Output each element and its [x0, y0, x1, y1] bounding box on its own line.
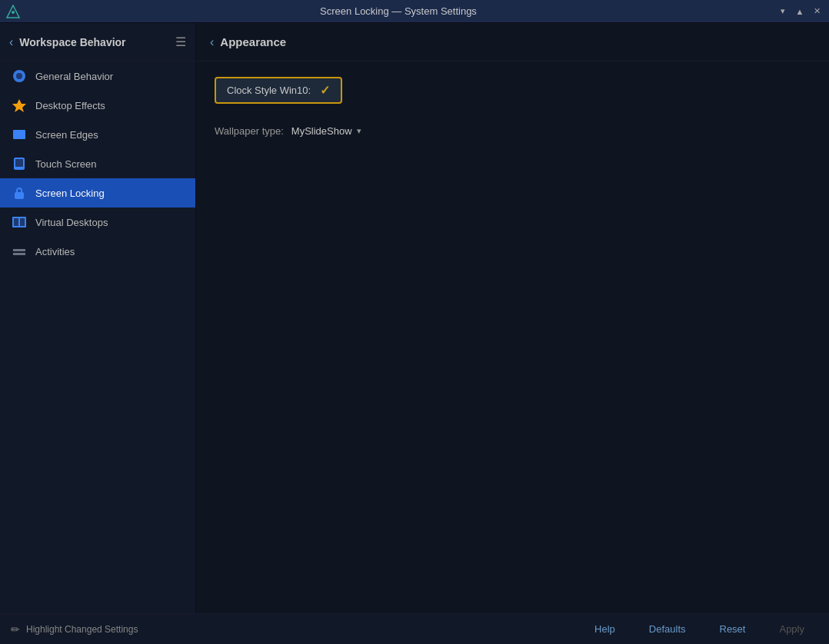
- sidebar-header: ‹ Workspace Behavior ☰: [0, 23, 195, 61]
- defaults-button[interactable]: Defaults: [635, 620, 700, 638]
- app-logo: [6, 5, 20, 18]
- svg-point-3: [16, 73, 22, 79]
- footer-buttons: Help Defaults Reset Apply: [581, 620, 818, 638]
- highlight-changed-settings-label: Highlight Changed Settings: [26, 624, 138, 635]
- touch-screen-icon: [11, 155, 28, 172]
- highlight-icon: ✏: [11, 623, 20, 636]
- sidebar-item-screen-locking[interactable]: Screen Locking: [0, 178, 195, 207]
- content-body: Clock Style Win10: ✓ Wallpaper type: MyS…: [196, 61, 829, 613]
- clock-style-check: ✓: [320, 83, 330, 98]
- sidebar: ‹ Workspace Behavior ☰ General BehaviorD…: [0, 23, 196, 613]
- screen-locking-icon: [11, 184, 28, 201]
- sidebar-item-label-screen-edges: Screen Edges: [35, 129, 98, 141]
- close-button[interactable]: ✕: [811, 5, 823, 18]
- content-area: ‹ Appearance Clock Style Win10: ✓ Wallpa…: [196, 23, 829, 613]
- footer: ✏ Highlight Changed Settings Help Defaul…: [0, 613, 829, 644]
- wallpaper-dropdown[interactable]: MySlideShow ▾: [291, 125, 361, 137]
- svg-rect-10: [14, 218, 18, 226]
- footer-left: ✏ Highlight Changed Settings: [11, 623, 138, 636]
- sidebar-menu-button[interactable]: ☰: [175, 35, 186, 49]
- svg-rect-7: [15, 159, 23, 167]
- sidebar-item-label-touch-screen: Touch Screen: [35, 158, 97, 170]
- sidebar-item-touch-screen[interactable]: Touch Screen: [0, 149, 195, 178]
- reset-button[interactable]: Reset: [706, 620, 760, 638]
- wallpaper-label: Wallpaper type:: [215, 125, 284, 137]
- sidebar-item-label-screen-locking: Screen Locking: [35, 188, 105, 199]
- sidebar-item-label-virtual-desktops: Virtual Desktops: [35, 217, 108, 228]
- svg-rect-11: [20, 218, 25, 226]
- svg-rect-5: [13, 130, 25, 139]
- sidebar-item-general-behavior[interactable]: General Behavior: [0, 61, 195, 91]
- svg-marker-4: [12, 99, 26, 112]
- sidebar-item-label-desktop-effects: Desktop Effects: [35, 100, 105, 111]
- sidebar-item-desktop-effects[interactable]: Desktop Effects: [0, 91, 195, 120]
- apply-button[interactable]: Apply: [765, 620, 818, 638]
- svg-rect-8: [15, 192, 24, 199]
- content-title: Appearance: [220, 35, 286, 48]
- content-back-button[interactable]: ‹: [210, 35, 214, 49]
- wallpaper-row: Wallpaper type: MySlideShow ▾: [215, 125, 811, 137]
- virtual-desktops-icon: [11, 214, 28, 231]
- collapse-button[interactable]: ▾: [777, 5, 789, 18]
- sidebar-items: General BehaviorDesktop EffectsScreen Ed…: [0, 61, 195, 266]
- sidebar-title: Workspace Behavior: [19, 36, 125, 48]
- maximize-button[interactable]: ▲: [794, 5, 806, 18]
- sidebar-item-label-activities: Activities: [35, 246, 75, 257]
- screen-edges-icon: [11, 126, 28, 143]
- sidebar-item-activities[interactable]: Activities: [0, 237, 195, 266]
- general-behavior-icon: [11, 68, 28, 85]
- content-header: ‹ Appearance: [196, 23, 829, 61]
- wallpaper-value: MySlideShow: [291, 125, 352, 137]
- svg-rect-13: [13, 253, 25, 255]
- main-layout: ‹ Workspace Behavior ☰ General BehaviorD…: [0, 23, 829, 613]
- clock-style-label: Clock Style Win10:: [227, 85, 311, 96]
- sidebar-item-virtual-desktops[interactable]: Virtual Desktops: [0, 207, 195, 237]
- sidebar-item-label-general-behavior: General Behavior: [35, 71, 113, 82]
- desktop-effects-icon: [11, 97, 28, 114]
- window-title: Screen Locking — System Settings: [20, 5, 777, 17]
- help-button[interactable]: Help: [581, 620, 629, 638]
- svg-point-1: [12, 11, 15, 14]
- svg-rect-12: [13, 249, 25, 251]
- app-logo-icon: [6, 5, 20, 18]
- activities-icon: [11, 243, 28, 260]
- wallpaper-arrow-icon: ▾: [357, 126, 361, 136]
- titlebar: Screen Locking — System Settings ▾ ▲ ✕: [0, 0, 829, 23]
- clock-style-widget[interactable]: Clock Style Win10: ✓: [215, 77, 342, 104]
- sidebar-item-screen-edges[interactable]: Screen Edges: [0, 120, 195, 149]
- window-controls: ▾ ▲ ✕: [777, 5, 823, 18]
- sidebar-back-button[interactable]: ‹: [9, 35, 13, 49]
